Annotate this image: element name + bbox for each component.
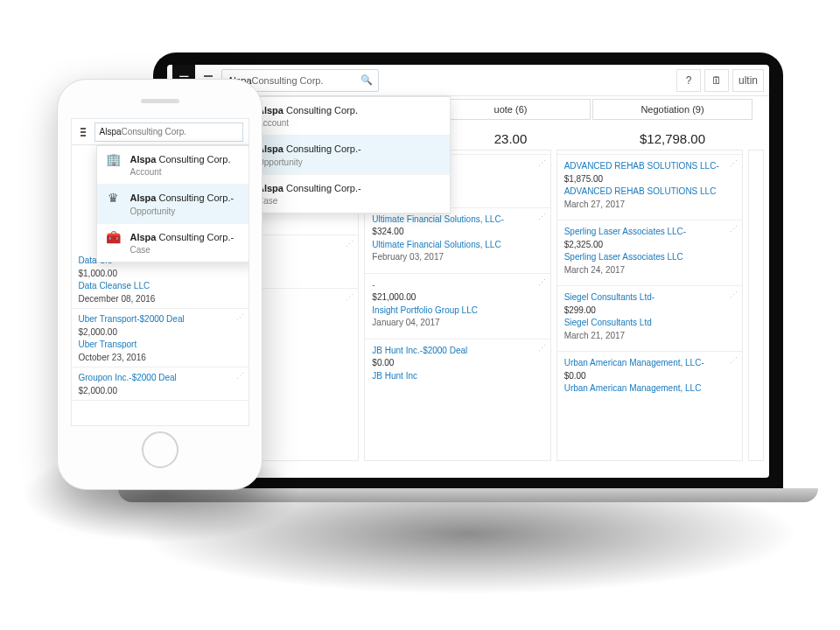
card[interactable]: ⋰ Siegel Consultants Ltd- $299.00 Siegel… xyxy=(557,285,742,346)
phone-dropdown-item-case[interactable]: 🧰 Alspa Consulting Corp.-Case xyxy=(97,224,249,262)
calendar-button[interactable]: 🗓 xyxy=(704,69,729,92)
phone-topbar: Alspa Consulting Corp. xyxy=(72,119,248,145)
stage-sum-quote: 23.00 xyxy=(430,122,592,150)
phone-sidebar-toggle[interactable] xyxy=(77,124,89,140)
phone-dropdown-item-account[interactable]: 🏢 Alspa Consulting Corp.Account xyxy=(97,146,249,185)
search-icon: 🔍 xyxy=(360,74,373,86)
card[interactable]: ⋰ Urban American Management, LLC- $0.00 … xyxy=(557,351,742,399)
kanban-col-overflow[interactable] xyxy=(748,150,764,461)
card[interactable]: ⋰ JB Hunt Inc.-$2000 Deal $0.00 JB Hunt … xyxy=(365,339,550,387)
phone-home-button[interactable] xyxy=(142,431,178,468)
phone-card[interactable]: ⋰ Uber Transport-$2000 Deal $2,000.00 Ub… xyxy=(72,309,248,368)
user-chip[interactable]: ultin xyxy=(732,69,764,92)
card[interactable]: ⋰ Ultimate Financial Solutions, LLC- $32… xyxy=(365,207,550,268)
search-suggest: Consulting Corp. xyxy=(252,75,324,86)
phone-search-input[interactable]: Alspa Consulting Corp. xyxy=(94,122,243,142)
card[interactable]: ⋰ - $21,000.00 Insight Portfolio Group L… xyxy=(365,273,550,333)
card[interactable]: ⋰ Sperling Laser Associates LLC- $2,325.… xyxy=(557,220,742,280)
building-icon: 🏢 xyxy=(106,153,122,166)
speaker xyxy=(141,99,179,103)
stage-sum-negotiation: $12,798.00 xyxy=(592,122,753,150)
kanban-col-negotiation[interactable]: ⋰ ADVANCED REHAB SOLUTIONS LLC- $1,875.0… xyxy=(556,150,743,461)
crown-icon: ♛ xyxy=(106,192,122,205)
phone-search-dropdown: 🏢 Alspa Consulting Corp.Account ♛ Alspa … xyxy=(96,145,249,262)
laptop-base xyxy=(118,488,818,502)
phone-card[interactable]: ⋰ Groupon Inc.-$2000 Deal $2,000.00 xyxy=(72,368,248,401)
card[interactable]: ⋰ ADVANCED REHAB SOLUTIONS LLC- $1,875.0… xyxy=(557,154,742,214)
stage-quote[interactable]: uote (6) xyxy=(430,96,592,122)
briefcase-icon: 🧰 xyxy=(106,231,122,244)
phone-device: Alspa Consulting Corp. 🏢 Alspa Consultin… xyxy=(57,79,262,490)
help-button[interactable]: ? xyxy=(676,69,701,92)
phone-dropdown-item-opportunity[interactable]: ♛ Alspa Consulting Corp.-Opportunity xyxy=(97,185,249,223)
phone-screen: Alspa Consulting Corp. 🏢 Alspa Consultin… xyxy=(71,118,249,426)
phone-card-list[interactable]: ⋰ Data Cle $1,000.00 Data Cleanse LLC De… xyxy=(72,250,248,401)
stage-negotiation[interactable]: Negotiation (9) xyxy=(592,96,753,122)
phone-top xyxy=(58,80,262,118)
